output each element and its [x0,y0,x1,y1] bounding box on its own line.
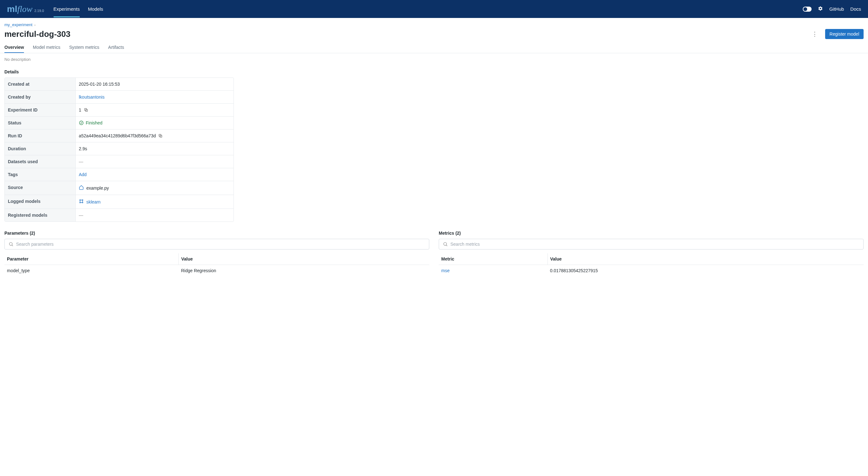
docs-link[interactable]: Docs [850,6,861,12]
register-model-button[interactable]: Register model [825,29,864,39]
details-label: Created at [5,78,75,90]
details-label: Logged models [5,195,75,209]
add-tag-link[interactable]: Add [79,172,87,177]
metrics-table: Metric Value mse 0.017881305425227915 [439,253,864,276]
logged-model-link[interactable]: sklearn [86,199,100,204]
metrics-search[interactable] [439,239,864,250]
source-value: example.py [86,186,109,191]
svg-point-7 [80,202,81,203]
copy-icon[interactable] [158,134,163,138]
metric-value: 0.017881305425227915 [548,265,864,277]
search-icon [8,242,13,247]
table-row: mse 0.017881305425227915 [439,265,864,277]
details-value-created-at: 2025-01-20 16:15:53 [75,78,234,90]
details-label: Duration [5,142,75,155]
search-icon [443,242,448,247]
metrics-col-value: Value [548,253,864,265]
svg-point-8 [82,202,83,203]
breadcrumb: my_experiment › [0,18,868,29]
details-label: Datasets used [5,155,75,168]
metrics-section: Metrics (2) Metric Value mse 0.017881305… [439,231,864,276]
datasets-empty: — [79,159,83,164]
copy-icon[interactable] [84,108,88,112]
svg-point-2 [80,121,83,125]
no-description-label: No description [4,57,864,62]
svg-point-10 [444,243,446,245]
nav-experiments[interactable]: Experiments [54,1,80,17]
page-title: merciful-dog-303 [4,29,71,39]
details-label: Created by [5,91,75,103]
mlflow-logo[interactable]: mlflow 2.19.0 [7,4,44,14]
gear-icon[interactable] [818,6,823,12]
metrics-search-input[interactable] [451,242,860,247]
created-by-link[interactable]: lkoutsantonis [79,95,105,100]
parameters-table: Parameter Value model_type Ridge Regress… [4,253,429,276]
metrics-col-name: Metric [439,253,548,265]
parameters-search[interactable] [4,239,429,250]
details-label: Run ID [5,129,75,142]
svg-point-9 [9,243,12,245]
details-heading: Details [4,69,864,74]
details-table: Created at 2025-01-20 16:15:53 Created b… [4,77,234,222]
run-id-value: a52a449ea34c41289d6b47f3d566a73d [79,133,156,138]
metric-name-link[interactable]: mse [441,268,450,273]
details-label: Source [5,181,75,195]
breadcrumb-experiment-link[interactable]: my_experiment [4,22,32,27]
home-icon [79,185,84,191]
svg-point-5 [80,200,81,201]
metrics-heading: Metrics (2) [439,231,864,235]
run-tabs: Overview Model metrics System metrics Ar… [0,42,868,53]
parameters-col-name: Parameter [4,253,178,265]
tab-model-metrics[interactable]: Model metrics [33,42,60,53]
github-link[interactable]: GitHub [829,6,844,12]
details-label: Registered models [5,209,75,221]
chevron-right-icon: › [34,23,36,27]
param-name: model_type [4,265,178,277]
parameters-section: Parameters (2) Parameter Value model_typ… [4,231,429,276]
tab-system-metrics[interactable]: System metrics [69,42,99,53]
table-row: model_type Ridge Regression [4,265,429,277]
check-circle-icon [79,120,84,125]
theme-toggle[interactable] [803,7,812,12]
parameters-col-value: Value [178,253,429,265]
status-badge: Finished [79,120,102,125]
details-label: Tags [5,168,75,181]
parameters-search-input[interactable] [16,242,425,247]
details-label: Status [5,117,75,129]
model-icon [79,199,84,205]
kebab-menu-icon[interactable]: ⋮ [809,29,820,39]
tab-artifacts[interactable]: Artifacts [108,42,124,53]
duration-value: 2.9s [75,142,234,155]
tab-overview[interactable]: Overview [4,42,24,53]
svg-point-6 [82,200,83,201]
experiment-id-value: 1 [79,107,81,113]
details-label: Experiment ID [5,104,75,116]
version-label: 2.19.0 [34,9,44,12]
top-nav-bar: mlflow 2.19.0 Experiments Models GitHub … [0,0,868,18]
parameters-heading: Parameters (2) [4,231,429,235]
registered-empty: — [79,213,83,218]
param-value: Ridge Regression [178,265,429,277]
nav-models[interactable]: Models [88,1,103,17]
